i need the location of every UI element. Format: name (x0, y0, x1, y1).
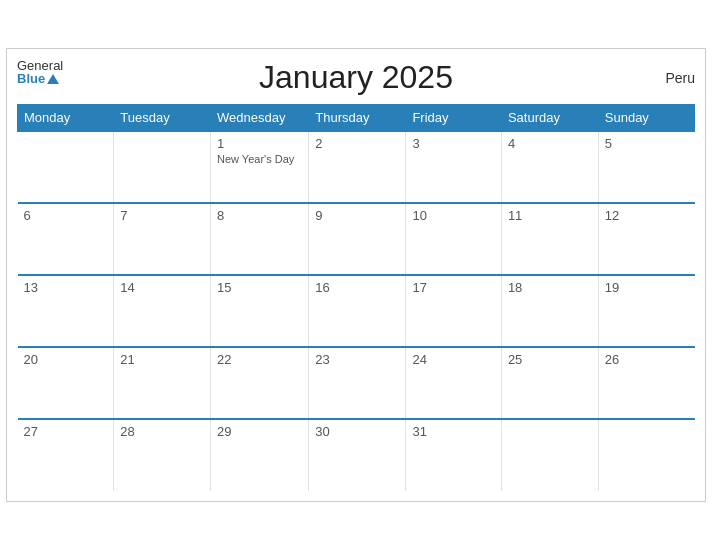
day-number: 30 (315, 424, 399, 439)
col-thursday: Thursday (309, 105, 406, 132)
day-number: 26 (605, 352, 689, 367)
day-number: 16 (315, 280, 399, 295)
day-number: 13 (24, 280, 108, 295)
logo-blue-text: Blue (17, 72, 45, 85)
calendar-cell: 7 (114, 203, 211, 275)
calendar-cell: 29 (211, 419, 309, 491)
day-number: 24 (412, 352, 494, 367)
calendar-week-row: 13141516171819 (18, 275, 695, 347)
calendar-week-row: 20212223242526 (18, 347, 695, 419)
calendar-cell: 16 (309, 275, 406, 347)
col-sunday: Sunday (598, 105, 694, 132)
day-number: 21 (120, 352, 204, 367)
day-number: 6 (24, 208, 108, 223)
calendar-header: General Blue January 2025 Peru (17, 59, 695, 96)
calendar-cell: 15 (211, 275, 309, 347)
day-number: 31 (412, 424, 494, 439)
calendar-cell: 31 (406, 419, 501, 491)
calendar-cell: 23 (309, 347, 406, 419)
calendar-cell: 18 (501, 275, 598, 347)
col-tuesday: Tuesday (114, 105, 211, 132)
day-number: 28 (120, 424, 204, 439)
day-number: 8 (217, 208, 302, 223)
calendar-cell: 26 (598, 347, 694, 419)
calendar-body: 1New Year's Day2345678910111213141516171… (18, 131, 695, 491)
day-number: 29 (217, 424, 302, 439)
day-number: 23 (315, 352, 399, 367)
day-number: 25 (508, 352, 592, 367)
calendar-cell: 1New Year's Day (211, 131, 309, 203)
day-number: 27 (24, 424, 108, 439)
day-number: 20 (24, 352, 108, 367)
day-number: 4 (508, 136, 592, 151)
calendar-cell: 21 (114, 347, 211, 419)
calendar-cell: 11 (501, 203, 598, 275)
calendar-cell: 4 (501, 131, 598, 203)
calendar-cell: 5 (598, 131, 694, 203)
day-number: 22 (217, 352, 302, 367)
holiday-label: New Year's Day (217, 153, 302, 165)
day-number: 2 (315, 136, 399, 151)
logo: General Blue (17, 59, 63, 85)
col-friday: Friday (406, 105, 501, 132)
calendar-week-row: 6789101112 (18, 203, 695, 275)
calendar-cell (598, 419, 694, 491)
calendar-week-row: 2728293031 (18, 419, 695, 491)
day-number: 5 (605, 136, 689, 151)
calendar-cell: 24 (406, 347, 501, 419)
day-number: 18 (508, 280, 592, 295)
col-saturday: Saturday (501, 105, 598, 132)
calendar-week-row: 1New Year's Day2345 (18, 131, 695, 203)
calendar-cell: 10 (406, 203, 501, 275)
calendar-cell: 14 (114, 275, 211, 347)
calendar-cell: 22 (211, 347, 309, 419)
day-number: 7 (120, 208, 204, 223)
calendar-table: Monday Tuesday Wednesday Thursday Friday… (17, 104, 695, 491)
calendar-cell: 30 (309, 419, 406, 491)
calendar-cell: 2 (309, 131, 406, 203)
day-number: 15 (217, 280, 302, 295)
calendar-cell: 13 (18, 275, 114, 347)
calendar-cell: 28 (114, 419, 211, 491)
calendar-container: General Blue January 2025 Peru Monday Tu… (6, 48, 706, 502)
calendar-cell: 19 (598, 275, 694, 347)
calendar-cell: 20 (18, 347, 114, 419)
calendar-cell (501, 419, 598, 491)
calendar-cell (18, 131, 114, 203)
calendar-title: January 2025 (259, 59, 453, 96)
calendar-cell (114, 131, 211, 203)
calendar-cell: 6 (18, 203, 114, 275)
calendar-cell: 9 (309, 203, 406, 275)
day-number: 10 (412, 208, 494, 223)
day-number: 12 (605, 208, 689, 223)
col-monday: Monday (18, 105, 114, 132)
calendar-cell: 17 (406, 275, 501, 347)
day-number: 14 (120, 280, 204, 295)
logo-triangle-icon (47, 74, 59, 84)
country-label: Peru (665, 70, 695, 86)
day-number: 17 (412, 280, 494, 295)
day-number: 19 (605, 280, 689, 295)
col-wednesday: Wednesday (211, 105, 309, 132)
day-number: 1 (217, 136, 302, 151)
calendar-cell: 3 (406, 131, 501, 203)
calendar-cell: 8 (211, 203, 309, 275)
day-number: 3 (412, 136, 494, 151)
calendar-cell: 12 (598, 203, 694, 275)
day-number: 11 (508, 208, 592, 223)
calendar-header-row: Monday Tuesday Wednesday Thursday Friday… (18, 105, 695, 132)
calendar-cell: 25 (501, 347, 598, 419)
day-number: 9 (315, 208, 399, 223)
calendar-cell: 27 (18, 419, 114, 491)
